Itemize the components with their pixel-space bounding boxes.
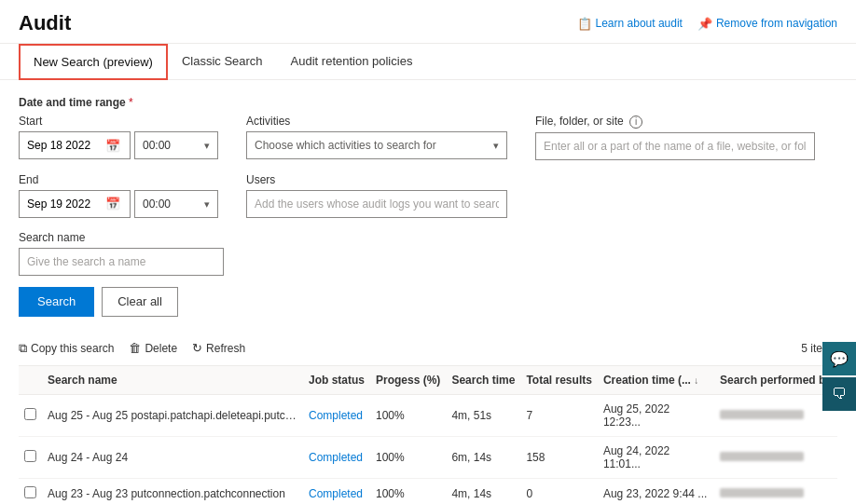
file-folder-group: File, folder, or site i	[535, 115, 815, 160]
table-row: Aug 23 - Aug 23 putconnection.patchconne…	[19, 478, 837, 504]
message-icon-button[interactable]: 🗨	[822, 377, 856, 411]
end-time-select[interactable]: 00:00	[134, 190, 218, 218]
results-section: ⧉ Copy this search 🗑 Delete ↻ Refresh 5 …	[0, 332, 856, 505]
file-folder-input[interactable]	[535, 132, 815, 160]
end-date-input[interactable]: Sep 19 2022 📅	[19, 190, 131, 218]
end-chevron-icon	[204, 198, 210, 211]
users-input[interactable]	[246, 190, 507, 218]
remove-from-navigation-link[interactable]: 📌 Remove from navigation	[697, 17, 837, 31]
clear-all-button[interactable]: Clear all	[102, 287, 178, 317]
button-row: Search Clear all	[19, 287, 837, 317]
calendar-icon[interactable]: 📅	[105, 139, 120, 153]
chat-icon-button[interactable]: 💬	[822, 342, 856, 375]
row-checkbox-cell	[19, 394, 42, 436]
row-checkbox-2[interactable]	[24, 486, 36, 498]
file-folder-label: File, folder, or site i	[535, 115, 815, 129]
required-marker: *	[126, 96, 133, 109]
row-total-results: 158	[520, 436, 597, 478]
search-name-group: Search name	[19, 231, 837, 276]
row-progress: 100%	[370, 436, 446, 478]
row-checkbox-0[interactable]	[24, 408, 36, 420]
top-bar: Audit 📋 Learn about audit 📌 Remove from …	[0, 0, 856, 44]
refresh-icon: ↻	[192, 341, 202, 355]
row-performed-by	[714, 478, 837, 504]
activities-group: Activities Choose which activities to se…	[246, 115, 507, 159]
copy-icon: ⧉	[19, 341, 27, 356]
start-time-select[interactable]: 00:00	[134, 131, 218, 159]
users-label: Users	[246, 173, 507, 186]
activities-select[interactable]: Choose which activities to search for	[246, 131, 507, 159]
calendar-end-icon[interactable]: 📅	[105, 197, 120, 211]
row-search-time: 6m, 14s	[446, 436, 520, 478]
row-total-results: 0	[520, 478, 597, 504]
row-job-status[interactable]: Completed	[303, 478, 370, 504]
toolbar-left: ⧉ Copy this search 🗑 Delete ↻ Refresh	[19, 341, 245, 356]
right-sidebar: 💬 🗨	[822, 342, 856, 411]
users-group: Users	[246, 173, 507, 218]
table-header: Search name Job status Progess (%) Searc…	[19, 366, 837, 395]
row-creation-time: Aug 25, 2022 12:23...	[598, 394, 714, 436]
row-progress: 100%	[370, 394, 446, 436]
search-name-label: Search name	[19, 231, 837, 244]
tabs-bar: New Search (preview) Classic Search Audi…	[0, 44, 856, 80]
start-label: Start	[19, 115, 218, 128]
search-button[interactable]: Search	[19, 287, 94, 317]
learn-about-audit-link[interactable]: 📋 Learn about audit	[577, 17, 683, 31]
row-job-status[interactable]: Completed	[303, 394, 370, 436]
start-date-group: Start Sep 18 2022 📅 00:00	[19, 115, 218, 159]
row-search-time: 4m, 51s	[446, 394, 520, 436]
row-search-name: Aug 25 - Aug 25 postapi.patchapi.deletea…	[42, 394, 303, 436]
start-date-input[interactable]: Sep 18 2022 📅	[19, 131, 131, 159]
col-header-search-time: Search time	[446, 366, 520, 395]
date-range-label: Date and time range	[19, 96, 126, 109]
row-search-time: 4m, 14s	[446, 478, 520, 504]
refresh-button[interactable]: ↻ Refresh	[192, 341, 245, 355]
tab-new-search[interactable]: New Search (preview)	[19, 44, 168, 80]
search-name-input[interactable]	[19, 248, 224, 276]
start-date-field[interactable]: Sep 18 2022	[27, 139, 102, 152]
col-header-performed-by: Search performed by	[714, 366, 837, 395]
unpin-icon: 📌	[697, 17, 712, 31]
copy-search-button[interactable]: ⧉ Copy this search	[19, 341, 114, 356]
activities-chevron-icon	[493, 139, 499, 152]
file-folder-info-icon[interactable]: i	[629, 116, 642, 129]
row-total-results: 7	[520, 394, 597, 436]
start-time-value: 00:00	[143, 139, 171, 152]
col-header-total-results: Total results	[520, 366, 597, 395]
start-date-time-row: Sep 18 2022 📅 00:00	[19, 131, 218, 159]
col-header-creation-time: Creation time (... ↓	[598, 366, 714, 395]
table-row: Aug 24 - Aug 24 Completed 100% 6m, 14s 1…	[19, 436, 837, 478]
row-creation-time: Aug 23, 2022 9:44 ...	[598, 478, 714, 504]
row-search-name: Aug 23 - Aug 23 putconnection.patchconne…	[42, 478, 303, 504]
table-body: Aug 25 - Aug 25 postapi.patchapi.deletea…	[19, 394, 837, 504]
end-date-time-row: Sep 19 2022 📅 00:00	[19, 190, 218, 218]
end-label: End	[19, 173, 218, 186]
col-header-progress: Progess (%)	[370, 366, 446, 395]
row-checkbox-1[interactable]	[24, 450, 36, 462]
activities-placeholder: Choose which activities to search for	[255, 139, 436, 152]
page-title: Audit	[19, 11, 71, 35]
activities-label: Activities	[246, 115, 507, 128]
table-row: Aug 25 - Aug 25 postapi.patchapi.deletea…	[19, 394, 837, 436]
end-time-value: 00:00	[143, 198, 171, 211]
end-date-field[interactable]: Sep 19 2022	[27, 198, 102, 211]
row-job-status[interactable]: Completed	[303, 436, 370, 478]
top-bar-actions: 📋 Learn about audit 📌 Remove from naviga…	[577, 17, 837, 31]
tab-audit-retention[interactable]: Audit retention policies	[277, 44, 427, 80]
delete-button[interactable]: 🗑 Delete	[129, 341, 177, 355]
row-performed-by	[714, 394, 837, 436]
results-table: Search name Job status Progess (%) Searc…	[19, 366, 837, 505]
row-creation-time: Aug 24, 2022 11:01...	[598, 436, 714, 478]
tab-classic-search[interactable]: Classic Search	[168, 44, 277, 80]
end-date-group: End Sep 19 2022 📅 00:00	[19, 173, 218, 218]
row-performed-by	[714, 436, 837, 478]
sort-icon: ↓	[694, 375, 698, 386]
form-section: Date and time range * Start Sep 18 2022 …	[0, 80, 856, 332]
col-header-search-name: Search name	[42, 366, 303, 395]
row-search-name: Aug 24 - Aug 24	[42, 436, 303, 478]
col-header-job-status: Job status	[303, 366, 370, 395]
results-toolbar: ⧉ Copy this search 🗑 Delete ↻ Refresh 5 …	[19, 332, 837, 366]
row-checkbox-cell	[19, 478, 42, 504]
info-circle-icon: 📋	[577, 17, 592, 31]
delete-icon: 🗑	[129, 341, 141, 355]
